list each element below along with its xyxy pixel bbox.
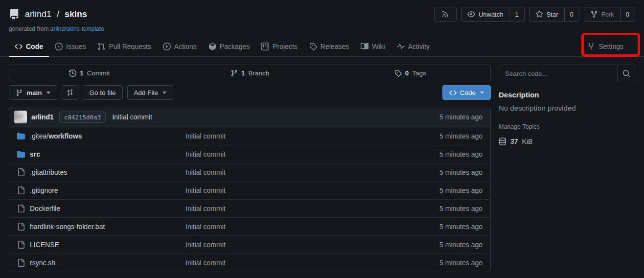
search-icon xyxy=(622,70,630,77)
repo-nav-tabs: Code Issues Pull Requests Actions Packag… xyxy=(0,37,644,57)
file-table: arlind1 c84215d0a3 Initial commit 5 minu… xyxy=(9,107,491,272)
tab-releases[interactable]: Releases xyxy=(303,37,355,57)
file-commit-time: 5 minutes ago xyxy=(439,205,483,212)
go-to-file-label: Go to file xyxy=(90,89,116,96)
commit-author-name[interactable]: arlind1 xyxy=(31,113,54,121)
tag-icon xyxy=(394,70,402,77)
tab-packages[interactable]: Packages xyxy=(203,37,255,57)
file-icon xyxy=(17,205,25,212)
star-icon xyxy=(535,10,543,18)
repo-owner-link[interactable]: arlind1 xyxy=(25,9,51,20)
template-repo-link[interactable]: arlind/skins-template xyxy=(50,25,104,32)
file-link[interactable]: .gitattributes xyxy=(17,168,185,176)
file-link[interactable]: Dockerfile xyxy=(17,205,185,212)
commits-stat[interactable]: 1 Commit xyxy=(9,65,170,81)
file-commit-message[interactable]: Initial commit xyxy=(185,150,439,158)
tab-issues[interactable]: Issues xyxy=(49,37,92,57)
repo-title-separator: / xyxy=(57,9,59,20)
file-commit-time: 5 minutes ago xyxy=(439,168,483,176)
tab-actions[interactable]: Actions xyxy=(157,37,203,57)
fork-icon xyxy=(590,10,598,18)
star-label: Star xyxy=(547,11,558,18)
tab-activity[interactable]: Activity xyxy=(391,37,436,57)
tab-pull-requests[interactable]: Pull Requests xyxy=(92,37,157,57)
file-row: .gitea/workflows Initial commit 5 minute… xyxy=(9,127,490,145)
settings-tools-icon xyxy=(587,43,595,50)
file-link[interactable]: rsync.sh xyxy=(17,259,185,267)
file-row: hardlink-songs-folder.bat Initial commit… xyxy=(9,217,490,235)
description-text: No description provided xyxy=(499,104,635,112)
branch-icon xyxy=(230,70,238,77)
file-icon xyxy=(17,168,25,176)
fork-button[interactable]: Fork xyxy=(584,7,620,21)
unwatch-button[interactable]: Unwatch xyxy=(461,7,509,21)
repo-size-value: 37 xyxy=(510,138,518,145)
commit-author-avatar[interactable] xyxy=(14,111,27,123)
repo-header: arlind1 / skins Unwatch 1 xyxy=(0,0,644,32)
file-commit-message[interactable]: Initial commit xyxy=(185,259,439,267)
generated-from-text: generated from xyxy=(9,25,48,32)
add-file-dropdown[interactable]: Add File xyxy=(127,85,174,100)
stars-count[interactable]: 0 xyxy=(564,7,579,21)
tab-pull-requests-label: Pull Requests xyxy=(109,43,151,50)
tab-settings[interactable]: Settings xyxy=(581,37,629,57)
file-name: src xyxy=(30,150,40,158)
file-commit-message[interactable]: Initial commit xyxy=(185,132,439,140)
forks-count[interactable]: 0 xyxy=(620,7,635,21)
file-link[interactable]: .gitignore xyxy=(17,186,185,194)
commit-message-link[interactable]: Initial commit xyxy=(112,113,152,121)
file-link[interactable]: src xyxy=(17,150,185,158)
file-commit-message[interactable]: Initial commit xyxy=(185,168,439,176)
history-icon xyxy=(69,70,76,77)
file-commit-message[interactable]: Initial commit xyxy=(185,223,439,231)
file-name: Dockerfile xyxy=(30,205,60,212)
wiki-book-icon xyxy=(361,43,368,50)
file-link[interactable]: LICENSE xyxy=(17,241,185,249)
manage-topics-link[interactable]: Manage Topics xyxy=(499,123,635,130)
tab-projects-label: Projects xyxy=(273,43,298,50)
tab-packages-label: Packages xyxy=(220,43,250,50)
file-name: .gitattributes xyxy=(30,168,67,176)
tab-code[interactable]: Code xyxy=(9,37,49,57)
file-name: hardlink-songs-folder.bat xyxy=(30,223,105,231)
repo-action-buttons: Unwatch 1 Star 0 Fork xyxy=(434,7,635,22)
compare-button[interactable] xyxy=(62,85,78,100)
tab-wiki[interactable]: Wiki xyxy=(355,37,391,57)
file-row: src Initial commit 5 minutes ago xyxy=(9,145,490,163)
file-name-prefix: .gitea/ xyxy=(30,132,48,140)
branches-stat[interactable]: 1 Branch xyxy=(170,65,330,81)
file-commit-message[interactable]: Initial commit xyxy=(185,241,439,249)
code-download-dropdown[interactable]: Code xyxy=(442,85,491,100)
repo-main-panel: 1 Commit 1 Branch 0 Tags xyxy=(9,65,491,272)
code-search-input[interactable] xyxy=(499,65,617,82)
repo-size: 37 KiB xyxy=(499,138,635,145)
issue-icon xyxy=(55,43,63,50)
file-row: .gitattributes Initial commit 5 minutes … xyxy=(9,163,490,181)
file-icon xyxy=(17,223,25,231)
file-link[interactable]: .gitea/workflows xyxy=(17,132,185,140)
file-commit-message[interactable]: Initial commit xyxy=(185,205,439,212)
file-name: workflows xyxy=(48,132,82,140)
branch-selector[interactable]: main xyxy=(9,85,57,100)
file-icon xyxy=(17,186,25,194)
commit-sha-badge[interactable]: c84215d0a3 xyxy=(59,112,106,123)
add-file-label: Add File xyxy=(134,89,159,96)
file-link[interactable]: hardlink-songs-folder.bat xyxy=(17,223,185,231)
database-icon xyxy=(499,138,506,145)
file-commit-time: 5 minutes ago xyxy=(439,241,483,249)
file-commit-message[interactable]: Initial commit xyxy=(185,186,439,194)
repo-name-link[interactable]: skins xyxy=(65,9,87,20)
tab-projects[interactable]: Projects xyxy=(255,37,303,57)
search-button[interactable] xyxy=(617,65,635,82)
code-search-box xyxy=(499,65,635,82)
current-branch-name: main xyxy=(26,89,42,96)
star-button[interactable]: Star xyxy=(529,7,564,21)
code-icon xyxy=(449,89,457,96)
tags-stat[interactable]: 0 Tags xyxy=(330,65,490,81)
commit-label: Commit xyxy=(87,70,110,77)
tab-code-label: Code xyxy=(26,43,43,50)
rss-button[interactable] xyxy=(434,7,457,22)
file-icon xyxy=(17,241,25,249)
watchers-count[interactable]: 1 xyxy=(509,7,524,21)
go-to-file-button[interactable]: Go to file xyxy=(83,85,123,100)
